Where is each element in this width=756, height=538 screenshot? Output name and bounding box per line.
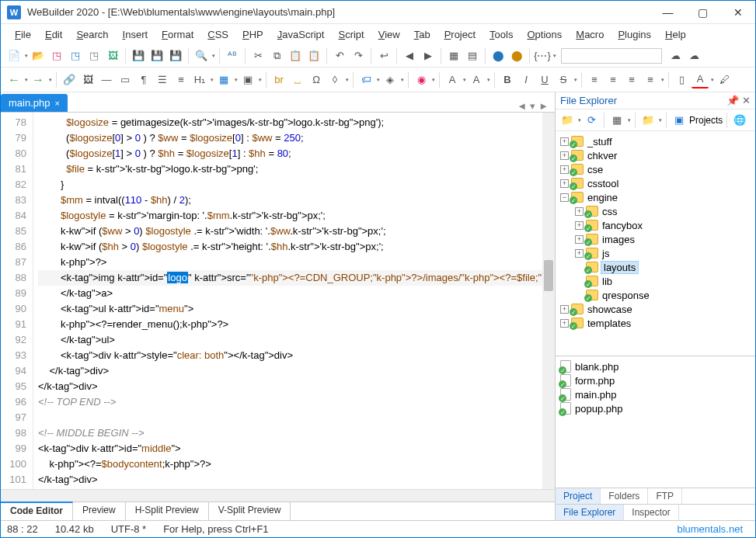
div-icon[interactable]: ▭ bbox=[117, 71, 134, 89]
pin-icon[interactable]: 📌 bbox=[726, 95, 739, 106]
expand-icon[interactable] bbox=[575, 291, 584, 300]
menu-project[interactable]: Project bbox=[438, 26, 482, 43]
image-icon[interactable]: 🖼 bbox=[79, 71, 96, 89]
cut-icon[interactable]: ✂ bbox=[249, 47, 267, 64]
expand-icon[interactable]: + bbox=[560, 165, 569, 174]
rulers-icon[interactable]: ▦ bbox=[445, 47, 462, 64]
folder-showcase[interactable]: +showcase bbox=[557, 302, 754, 316]
break-icon[interactable]: br bbox=[270, 71, 287, 89]
menu-tools[interactable]: Tools bbox=[483, 26, 519, 43]
open-image-icon[interactable]: 🖼 bbox=[104, 47, 121, 64]
font-icon[interactable]: A bbox=[444, 71, 461, 89]
projects-label[interactable]: Projects bbox=[689, 115, 723, 126]
code-content[interactable]: $logosize = getimagesize(k-str">'images/… bbox=[33, 113, 555, 489]
save-all-icon[interactable]: 💾 bbox=[148, 47, 165, 64]
comment-icon[interactable]: ◊ bbox=[326, 71, 343, 89]
status-site[interactable]: blumentals.net bbox=[677, 523, 749, 535]
panel-tab-ftp[interactable]: FTP bbox=[648, 488, 682, 504]
align-justify-icon[interactable]: ≡ bbox=[642, 71, 659, 89]
expand-icon[interactable]: + bbox=[560, 179, 569, 188]
tag-icon[interactable]: 🏷 bbox=[357, 71, 375, 89]
strike-icon[interactable]: S bbox=[555, 71, 572, 89]
p-icon[interactable]: ¶ bbox=[135, 71, 152, 89]
table-icon[interactable]: ▦ bbox=[215, 71, 232, 89]
code-editor[interactable]: 7879808182838485868788899091929394959697… bbox=[1, 113, 555, 489]
menu-edit[interactable]: Edit bbox=[39, 26, 68, 43]
maximize-button[interactable]: ▢ bbox=[685, 1, 720, 24]
folder-lib[interactable]: lib bbox=[557, 274, 754, 288]
file-popup.php[interactable]: popup.php bbox=[557, 401, 754, 415]
new-file-icon[interactable]: 📄 bbox=[5, 47, 23, 64]
open-css-icon[interactable]: ◳ bbox=[67, 47, 84, 64]
expand-icon[interactable]: + bbox=[575, 207, 584, 216]
box-icon[interactable]: ▯ bbox=[673, 71, 690, 89]
selector-combo[interactable] bbox=[561, 48, 662, 64]
search-icon[interactable]: 🔍 bbox=[193, 47, 210, 64]
folder-fancybox[interactable]: +fancybox bbox=[557, 218, 754, 232]
menu-javascript[interactable]: JavaScript bbox=[271, 26, 331, 43]
omega-icon[interactable]: Ω bbox=[308, 71, 325, 89]
open-php-icon[interactable]: ◳ bbox=[85, 47, 103, 64]
scrollbar-vertical[interactable] bbox=[542, 113, 555, 489]
align-right-icon[interactable]: ≡ bbox=[623, 71, 640, 89]
folder-csstool[interactable]: +csstool bbox=[557, 176, 754, 190]
menu-macro[interactable]: Macro bbox=[570, 26, 610, 43]
save-icon[interactable]: 💾 bbox=[130, 47, 147, 64]
menu-view[interactable]: View bbox=[372, 26, 406, 43]
folder-css[interactable]: +css bbox=[557, 204, 754, 218]
scrollbar-horizontal[interactable] bbox=[1, 489, 555, 502]
panel-tab-inspector[interactable]: Inspector bbox=[624, 505, 678, 520]
link-icon[interactable]: 🔗 bbox=[61, 71, 78, 89]
menu-search[interactable]: Search bbox=[70, 26, 114, 43]
minimize-button[interactable]: — bbox=[650, 1, 685, 24]
expand-icon[interactable]: + bbox=[560, 151, 569, 160]
menu-script[interactable]: Script bbox=[332, 26, 370, 43]
bottom-tab-code-editor[interactable]: Code Editor bbox=[1, 502, 73, 520]
open-icon[interactable]: 📂 bbox=[30, 47, 47, 64]
indent-left-icon[interactable]: ◀ bbox=[401, 47, 418, 64]
hr-icon[interactable]: — bbox=[98, 71, 115, 89]
tab-close-icon[interactable]: × bbox=[54, 99, 59, 108]
menu-format[interactable]: Format bbox=[155, 26, 200, 43]
folder-images[interactable]: +images bbox=[557, 232, 754, 246]
form-icon[interactable]: ▣ bbox=[239, 71, 256, 89]
font-size-icon[interactable]: A bbox=[468, 71, 485, 89]
expand-icon[interactable]: + bbox=[575, 221, 584, 230]
folder-qresponse[interactable]: qresponse bbox=[557, 288, 754, 302]
expand-icon[interactable]: + bbox=[575, 235, 584, 244]
open-html-icon[interactable]: ◳ bbox=[48, 47, 65, 64]
bold-icon[interactable]: B bbox=[499, 71, 516, 89]
spellcheck-icon[interactable]: ᴬᴮ bbox=[224, 47, 241, 64]
undo-icon[interactable]: ↶ bbox=[331, 47, 348, 64]
copy-icon[interactable]: ⧉ bbox=[268, 47, 285, 64]
panel-tab-project[interactable]: Project bbox=[556, 488, 601, 504]
folder-templates[interactable]: +templates bbox=[557, 316, 754, 330]
bottom-tab-h-split-preview[interactable]: H-Split Preview bbox=[126, 502, 209, 520]
explorer-folder-icon[interactable]: 📁 bbox=[639, 112, 657, 129]
folder-tree[interactable]: +_stuff+chkver+cse+csstool−engine+css+fa… bbox=[556, 131, 755, 356]
save-as-icon[interactable]: 💾 bbox=[167, 47, 184, 64]
bottom-tab-v-split-preview[interactable]: V-Split Preview bbox=[209, 502, 291, 520]
menu-file[interactable]: File bbox=[9, 26, 37, 43]
arrow-fwd-icon[interactable]: → bbox=[30, 71, 47, 89]
scrollbar-thumb[interactable] bbox=[544, 260, 553, 291]
folder-chkver[interactable]: +chkver bbox=[557, 148, 754, 162]
menu-css[interactable]: CSS bbox=[201, 26, 235, 43]
align-left-icon[interactable]: ≡ bbox=[586, 71, 603, 89]
folder-cse[interactable]: +cse bbox=[557, 162, 754, 176]
space-icon[interactable]: ⎵ bbox=[289, 71, 306, 89]
expand-icon[interactable]: + bbox=[560, 319, 569, 328]
guides-icon[interactable]: ▤ bbox=[464, 47, 481, 64]
download-icon[interactable]: ☁ bbox=[685, 47, 702, 64]
arrow-back-icon[interactable]: ← bbox=[5, 71, 23, 89]
heading-icon[interactable]: H₁ bbox=[191, 71, 208, 89]
menu-help[interactable]: Help bbox=[659, 26, 692, 43]
align-center-icon[interactable]: ≡ bbox=[604, 71, 622, 89]
ol-icon[interactable]: ≡ bbox=[172, 71, 190, 89]
validate-icon[interactable]: ⬤ bbox=[508, 47, 525, 64]
menu-php[interactable]: PHP bbox=[236, 26, 270, 43]
file-main.php[interactable]: main.php bbox=[557, 387, 754, 401]
explorer-refresh-icon[interactable]: ⟳ bbox=[583, 112, 600, 129]
font-color-icon[interactable]: A bbox=[692, 71, 709, 89]
menu-plugins[interactable]: Plugins bbox=[611, 26, 657, 43]
